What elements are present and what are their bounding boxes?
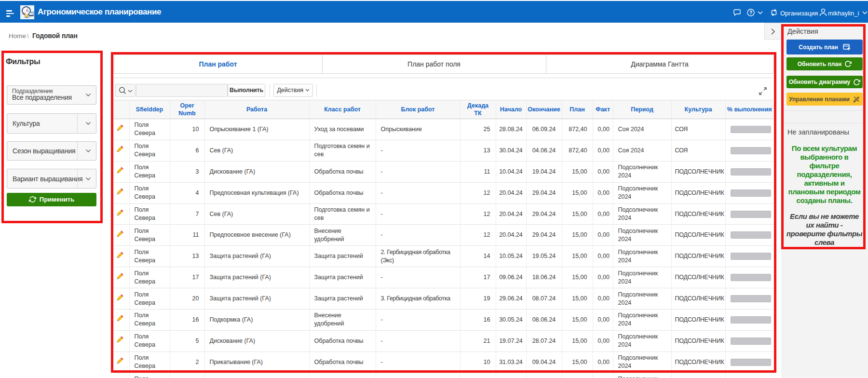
- svg-text:?: ?: [749, 10, 752, 15]
